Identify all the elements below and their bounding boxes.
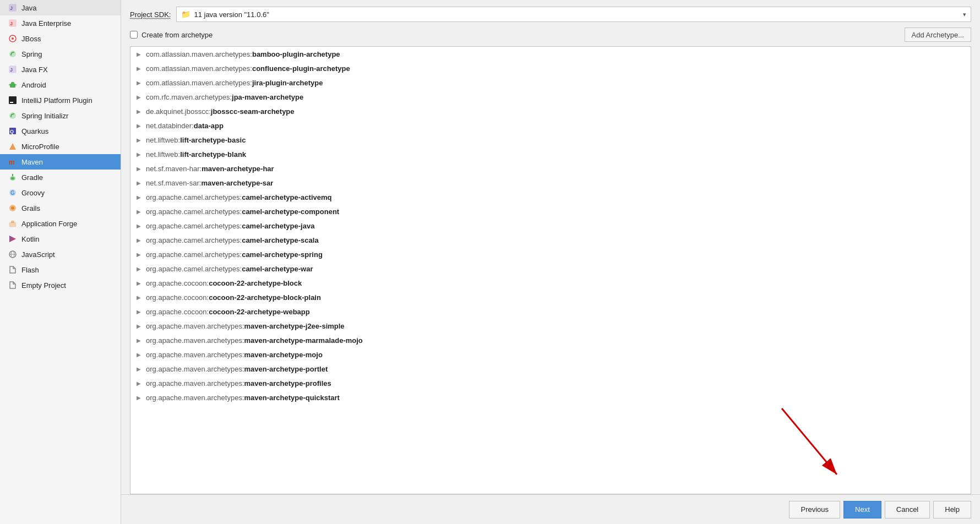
archetype-list-item[interactable]: ▶org.apache.maven.archetypes:maven-arche… bbox=[130, 390, 971, 405]
archetype-prefix: com.atlassian.maven.archetypes: bbox=[146, 50, 252, 58]
groovy-label: Groovy bbox=[21, 189, 45, 197]
archetype-expand-icon: ▶ bbox=[135, 351, 143, 358]
grails-label: Grails bbox=[21, 204, 40, 212]
sidebar-item-intellij-platform[interactable]: IntelliJ Platform Plugin bbox=[0, 92, 121, 108]
archetype-text: org.apache.cocoon:cocoon-22-archetype-we… bbox=[146, 308, 310, 316]
archetype-expand-icon: ▶ bbox=[135, 150, 143, 158]
jboss-icon bbox=[8, 34, 18, 43]
archetype-prefix: org.apache.cocoon: bbox=[146, 293, 209, 302]
archetype-prefix: org.apache.maven.archetypes: bbox=[146, 394, 244, 402]
svg-marker-26 bbox=[9, 236, 16, 242]
sidebar: JJavaJJava EnterpriseJBossSpringJJava FX… bbox=[0, 0, 121, 524]
sidebar-item-java-enterprise[interactable]: JJava Enterprise bbox=[0, 15, 121, 31]
archetype-text: org.apache.maven.archetypes:maven-archet… bbox=[146, 322, 345, 330]
archetype-list-item[interactable]: ▶com.atlassian.maven.archetypes:confluen… bbox=[130, 61, 971, 75]
archetype-expand-icon: ▶ bbox=[135, 236, 143, 244]
archetype-list-item[interactable]: ▶org.apache.camel.archetypes:camel-arche… bbox=[130, 233, 971, 247]
spring-label: Spring bbox=[21, 50, 42, 58]
sidebar-item-groovy[interactable]: GGroovy bbox=[0, 185, 121, 200]
sidebar-item-flash[interactable]: Flash bbox=[0, 262, 121, 277]
archetype-list-item[interactable]: ▶com.atlassian.maven.archetypes:bamboo-p… bbox=[130, 47, 971, 61]
archetype-list-item[interactable]: ▶org.apache.cocoon:cocoon-22-archetype-b… bbox=[130, 276, 971, 290]
archetype-list-item[interactable]: ▶org.apache.maven.archetypes:maven-arche… bbox=[130, 333, 971, 347]
archetype-name: maven-archetype-sar bbox=[201, 179, 273, 187]
sidebar-item-empty-project[interactable]: Empty Project bbox=[0, 277, 121, 293]
archetype-prefix: org.apache.maven.archetypes: bbox=[146, 351, 244, 359]
archetype-checkbox-label: Create from archetype bbox=[141, 31, 213, 39]
archetype-list-item[interactable]: ▶net.sf.maven-sar:maven-archetype-sar bbox=[130, 176, 971, 190]
svg-point-5 bbox=[12, 37, 14, 40]
sidebar-item-application-forge[interactable]: Application Forge bbox=[0, 216, 121, 231]
sidebar-item-maven[interactable]: mMaven bbox=[0, 154, 121, 170]
archetype-name: maven-archetype-j2ee-simple bbox=[244, 322, 345, 330]
sidebar-item-javascript[interactable]: JavaScript bbox=[0, 247, 121, 262]
sidebar-item-gradle[interactable]: Gradle bbox=[0, 170, 121, 185]
sidebar-item-java[interactable]: JJava bbox=[0, 0, 121, 15]
archetype-text: net.sf.maven-sar:maven-archetype-sar bbox=[146, 179, 273, 187]
archetype-prefix: com.rfc.maven.archetypes: bbox=[146, 93, 232, 101]
archetype-list-item[interactable]: ▶org.apache.camel.archetypes:camel-arche… bbox=[130, 261, 971, 276]
sidebar-item-microprofile[interactable]: MicroProfile bbox=[0, 139, 121, 154]
archetype-text: net.liftweb:lift-archetype-blank bbox=[146, 150, 246, 159]
sidebar-item-kotlin[interactable]: Kotlin bbox=[0, 231, 121, 247]
archetype-expand-icon: ▶ bbox=[135, 50, 143, 58]
sdk-dropdown-arrow-icon: ▾ bbox=[963, 11, 966, 18]
archetype-list-item[interactable]: ▶org.apache.maven.archetypes:maven-arche… bbox=[130, 362, 971, 376]
archetype-prefix: net.liftweb: bbox=[146, 150, 180, 159]
gradle-icon bbox=[8, 172, 18, 182]
archetype-name: jpa-maven-archetype bbox=[232, 93, 303, 101]
archetype-list-item[interactable]: ▶org.apache.cocoon:cocoon-22-archetype-w… bbox=[130, 304, 971, 319]
archetype-expand-icon: ▶ bbox=[135, 322, 143, 330]
archetype-list-item[interactable]: ▶org.apache.camel.archetypes:camel-arche… bbox=[130, 247, 971, 261]
archetype-list: ▶com.atlassian.maven.archetypes:bamboo-p… bbox=[130, 46, 971, 494]
flash-icon bbox=[8, 265, 18, 275]
archetype-list-item[interactable]: ▶com.atlassian.maven.archetypes:jira-plu… bbox=[130, 75, 971, 90]
archetype-list-item[interactable]: ▶org.apache.camel.archetypes:camel-arche… bbox=[130, 204, 971, 219]
archetype-list-item[interactable]: ▶org.apache.cocoon:cocoon-22-archetype-b… bbox=[130, 290, 971, 304]
archetype-text: org.apache.maven.archetypes:maven-archet… bbox=[146, 394, 340, 402]
archetype-name: jira-plugin-archetype bbox=[252, 79, 323, 87]
archetype-list-item[interactable]: ▶net.sf.maven-har:maven-archetype-har bbox=[130, 161, 971, 176]
archetype-list-item[interactable]: ▶de.akquinet.jbosscc:jbosscc-seam-archet… bbox=[130, 104, 971, 118]
add-archetype-button[interactable]: Add Archetype... bbox=[905, 28, 971, 42]
archetype-expand-icon: ▶ bbox=[135, 122, 143, 129]
sdk-row: Project SDK: 📁 11 java version "11.0.6" … bbox=[130, 7, 971, 22]
archetype-checkbox[interactable] bbox=[130, 31, 138, 39]
archetype-expand-icon: ▶ bbox=[135, 208, 143, 215]
archetype-name: maven-archetype-har bbox=[202, 165, 274, 173]
archetype-name: camel-archetype-java bbox=[242, 222, 314, 230]
archetype-name: maven-archetype-quickstart bbox=[244, 394, 340, 402]
help-button[interactable]: Help bbox=[933, 501, 971, 518]
sidebar-item-jboss[interactable]: JBoss bbox=[0, 31, 121, 46]
archetype-text: net.sf.maven-har:maven-archetype-har bbox=[146, 165, 274, 173]
javafx-icon: J bbox=[8, 64, 18, 74]
previous-button[interactable]: Previous bbox=[789, 501, 840, 518]
archetype-list-item[interactable]: ▶org.apache.camel.archetypes:camel-arche… bbox=[130, 219, 971, 233]
archetype-list-item[interactable]: ▶org.apache.maven.archetypes:maven-arche… bbox=[130, 347, 971, 362]
archetype-name: lift-archetype-basic bbox=[180, 136, 246, 144]
archetype-expand-icon: ▶ bbox=[135, 136, 143, 144]
archetype-text: org.apache.cocoon:cocoon-22-archetype-bl… bbox=[146, 293, 321, 302]
sidebar-item-grails[interactable]: Grails bbox=[0, 200, 121, 216]
archetype-expand-icon: ▶ bbox=[135, 293, 143, 301]
archetype-list-item[interactable]: ▶org.apache.maven.archetypes:maven-arche… bbox=[130, 319, 971, 333]
archetype-list-item[interactable]: ▶com.rfc.maven.archetypes:jpa-maven-arch… bbox=[130, 90, 971, 104]
archetype-list-item[interactable]: ▶org.apache.camel.archetypes:camel-arche… bbox=[130, 190, 971, 204]
archetype-list-item[interactable]: ▶net.liftweb:lift-archetype-basic bbox=[130, 133, 971, 147]
sdk-select[interactable]: 📁 11 java version "11.0.6" ▾ bbox=[176, 7, 971, 22]
archetype-name: cocoon-22-archetype-block-plain bbox=[209, 293, 321, 302]
sidebar-item-quarkus[interactable]: QQuarkus bbox=[0, 123, 121, 139]
archetype-text: com.atlassian.maven.archetypes:bamboo-pl… bbox=[146, 50, 340, 58]
sidebar-item-javafx[interactable]: JJava FX bbox=[0, 62, 121, 77]
archetype-text: org.apache.camel.archetypes:camel-archet… bbox=[146, 250, 323, 259]
sidebar-item-android[interactable]: Android bbox=[0, 77, 121, 92]
sidebar-item-spring[interactable]: Spring bbox=[0, 46, 121, 62]
archetype-list-item[interactable]: ▶net.databinder:data-app bbox=[130, 118, 971, 133]
archetype-list-item[interactable]: ▶org.apache.maven.archetypes:maven-arche… bbox=[130, 376, 971, 390]
archetype-list-item[interactable]: ▶net.liftweb:lift-archetype-blank bbox=[130, 147, 971, 161]
archetype-prefix: org.apache.camel.archetypes: bbox=[146, 250, 242, 259]
cancel-button[interactable]: Cancel bbox=[885, 501, 930, 518]
sidebar-item-spring-initialzr[interactable]: Spring Initializr bbox=[0, 108, 121, 123]
next-button[interactable]: Next bbox=[843, 501, 881, 518]
svg-point-19 bbox=[11, 177, 14, 179]
